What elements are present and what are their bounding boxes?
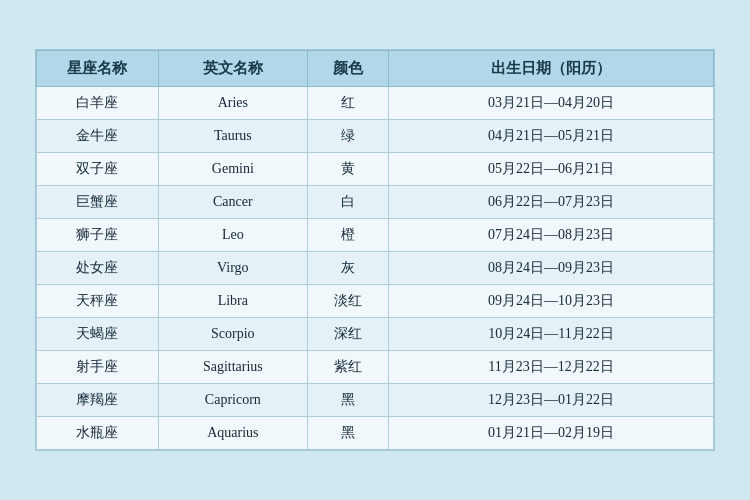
- cell-chinese: 射手座: [37, 351, 159, 384]
- cell-color: 绿: [307, 120, 388, 153]
- zodiac-table: 星座名称 英文名称 颜色 出生日期（阳历） 白羊座Aries红03月21日—04…: [36, 50, 714, 450]
- zodiac-table-container: 星座名称 英文名称 颜色 出生日期（阳历） 白羊座Aries红03月21日—04…: [35, 49, 715, 451]
- cell-english: Libra: [158, 285, 307, 318]
- cell-english: Scorpio: [158, 318, 307, 351]
- table-row: 双子座Gemini黄05月22日—06月21日: [37, 153, 714, 186]
- table-row: 摩羯座Capricorn黑12月23日—01月22日: [37, 384, 714, 417]
- cell-english: Leo: [158, 219, 307, 252]
- table-row: 天蝎座Scorpio深红10月24日—11月22日: [37, 318, 714, 351]
- cell-chinese: 金牛座: [37, 120, 159, 153]
- cell-color: 灰: [307, 252, 388, 285]
- cell-color: 紫红: [307, 351, 388, 384]
- cell-chinese: 白羊座: [37, 87, 159, 120]
- table-row: 白羊座Aries红03月21日—04月20日: [37, 87, 714, 120]
- table-row: 水瓶座Aquarius黑01月21日—02月19日: [37, 417, 714, 450]
- cell-chinese: 天蝎座: [37, 318, 159, 351]
- cell-english: Virgo: [158, 252, 307, 285]
- cell-date: 08月24日—09月23日: [389, 252, 714, 285]
- header-color: 颜色: [307, 51, 388, 87]
- cell-chinese: 狮子座: [37, 219, 159, 252]
- cell-chinese: 摩羯座: [37, 384, 159, 417]
- cell-english: Cancer: [158, 186, 307, 219]
- table-row: 射手座Sagittarius紫红11月23日—12月22日: [37, 351, 714, 384]
- cell-date: 09月24日—10月23日: [389, 285, 714, 318]
- cell-color: 淡红: [307, 285, 388, 318]
- table-body: 白羊座Aries红03月21日—04月20日金牛座Taurus绿04月21日—0…: [37, 87, 714, 450]
- cell-chinese: 天秤座: [37, 285, 159, 318]
- cell-date: 06月22日—07月23日: [389, 186, 714, 219]
- cell-chinese: 水瓶座: [37, 417, 159, 450]
- cell-date: 05月22日—06月21日: [389, 153, 714, 186]
- table-row: 天秤座Libra淡红09月24日—10月23日: [37, 285, 714, 318]
- header-english: 英文名称: [158, 51, 307, 87]
- header-date: 出生日期（阳历）: [389, 51, 714, 87]
- table-row: 处女座Virgo灰08月24日—09月23日: [37, 252, 714, 285]
- cell-date: 01月21日—02月19日: [389, 417, 714, 450]
- cell-english: Capricorn: [158, 384, 307, 417]
- cell-color: 白: [307, 186, 388, 219]
- cell-english: Sagittarius: [158, 351, 307, 384]
- cell-date: 11月23日—12月22日: [389, 351, 714, 384]
- cell-english: Gemini: [158, 153, 307, 186]
- cell-chinese: 巨蟹座: [37, 186, 159, 219]
- cell-date: 04月21日—05月21日: [389, 120, 714, 153]
- cell-chinese: 处女座: [37, 252, 159, 285]
- cell-date: 07月24日—08月23日: [389, 219, 714, 252]
- cell-date: 10月24日—11月22日: [389, 318, 714, 351]
- cell-date: 03月21日—04月20日: [389, 87, 714, 120]
- cell-color: 红: [307, 87, 388, 120]
- cell-color: 黑: [307, 417, 388, 450]
- cell-chinese: 双子座: [37, 153, 159, 186]
- cell-date: 12月23日—01月22日: [389, 384, 714, 417]
- cell-color: 橙: [307, 219, 388, 252]
- header-chinese: 星座名称: [37, 51, 159, 87]
- cell-english: Aries: [158, 87, 307, 120]
- cell-color: 黄: [307, 153, 388, 186]
- cell-english: Aquarius: [158, 417, 307, 450]
- table-header-row: 星座名称 英文名称 颜色 出生日期（阳历）: [37, 51, 714, 87]
- cell-color: 黑: [307, 384, 388, 417]
- table-row: 狮子座Leo橙07月24日—08月23日: [37, 219, 714, 252]
- cell-color: 深红: [307, 318, 388, 351]
- table-row: 金牛座Taurus绿04月21日—05月21日: [37, 120, 714, 153]
- table-row: 巨蟹座Cancer白06月22日—07月23日: [37, 186, 714, 219]
- cell-english: Taurus: [158, 120, 307, 153]
